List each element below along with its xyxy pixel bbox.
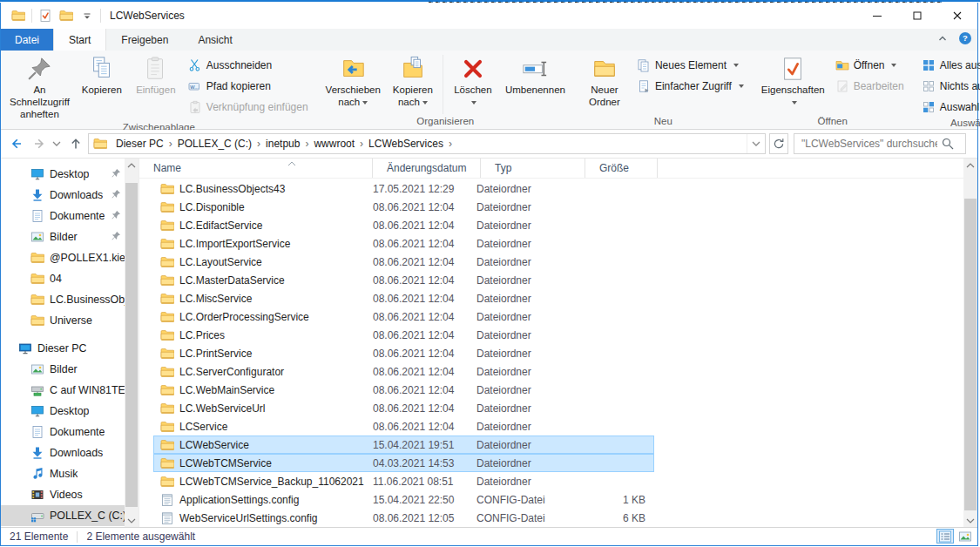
file-row-lc-serverconfigurator[interactable]: LC.ServerConfigurator08.06.2021 12:04Dat… xyxy=(139,362,963,381)
file-row-lc-importexportservice[interactable]: LC.ImportExportService08.06.2021 12:04Da… xyxy=(139,234,963,253)
scroll-up-icon[interactable] xyxy=(963,159,977,172)
scroll-down-icon[interactable] xyxy=(125,514,139,527)
nichts-auswählen-button[interactable]: Nichts auswählen xyxy=(918,76,980,97)
file-row-lc-masterdataservice[interactable]: LC.MasterDataService08.06.2021 12:04Date… xyxy=(139,271,963,289)
auswahl-umkehren-button[interactable]: Auswahl umkehren xyxy=(918,97,980,118)
recent-locations-button[interactable] xyxy=(50,133,64,154)
kopieren-button[interactable]: Kopieren xyxy=(75,53,129,98)
search-input[interactable] xyxy=(794,138,941,150)
sidebar-item-downloads[interactable]: Downloads xyxy=(1,185,125,206)
filelist-scrollbar[interactable] xyxy=(963,159,977,527)
tab-start[interactable]: Start xyxy=(53,29,106,51)
file-row-applicationsettings-config[interactable]: ApplicationSettings.config15.04.2021 22:… xyxy=(139,490,963,509)
close-button[interactable] xyxy=(937,3,977,29)
scroll-down-icon[interactable] xyxy=(963,514,977,527)
umbenennen-button[interactable]: Umbenennen xyxy=(500,53,571,98)
file-date-cell: 08.06.2021 12:04 xyxy=(373,238,476,250)
minimize-button[interactable] xyxy=(857,3,897,29)
back-button[interactable] xyxy=(6,133,27,154)
breadcrumb-segment-pollex-c-c-[interactable]: POLLEX_C (C:) xyxy=(172,138,257,150)
eigenschaften-button[interactable]: Eigenschaften xyxy=(756,53,830,111)
qat-button-qat-dropdown[interactable] xyxy=(78,6,97,25)
file-row-lc-prices[interactable]: LC.Prices08.06.2021 12:04Dateiordner xyxy=(139,326,963,344)
maximize-button[interactable] xyxy=(897,3,937,29)
file-row-lc-webserviceurl[interactable]: LC.WebServiceUrl08.06.2021 12:04Dateiord… xyxy=(139,399,963,417)
file-row-lcservice[interactable]: LCService08.06.2021 12:04Dateiordner xyxy=(139,417,963,436)
breadcrumb-segment-wwwroot[interactable]: wwwroot xyxy=(308,138,360,150)
refresh-button[interactable] xyxy=(769,133,788,154)
pfad-kopieren-button[interactable]: W...Pfad kopieren xyxy=(185,76,312,97)
sidebar-item-musik[interactable]: Musik xyxy=(1,463,125,484)
qat-button-new-folder-qat[interactable] xyxy=(57,6,76,25)
column-header-typ[interactable]: Typ xyxy=(481,159,585,178)
address-dropdown-button[interactable] xyxy=(747,134,765,153)
qat-button-properties-qat[interactable] xyxy=(36,6,55,25)
file-row-webserviceurlsettings-config[interactable]: WebServiceUrlSettings.config08.06.2021 1… xyxy=(139,509,963,527)
bearbeiten-button[interactable]: Bearbeiten xyxy=(832,76,908,97)
verknüpfung-einfügen-button[interactable]: Verknüpfung einfügen xyxy=(185,97,312,118)
löschen-button[interactable]: Löschen xyxy=(446,53,500,111)
address-bar[interactable]: Dieser PC›POLLEX_C (C:)›inetpub›wwwroot›… xyxy=(88,133,766,154)
sidebar-scrollbar[interactable] xyxy=(125,159,139,527)
tab-datei[interactable]: Datei xyxy=(1,29,53,51)
file-row-lcwebtcmservice[interactable]: LCWebTCMService04.03.2021 14:53Dateiordn… xyxy=(139,454,963,472)
sidebar-item-bilder[interactable]: Bilder xyxy=(1,226,125,247)
neues-element-button[interactable]: Neues Element xyxy=(633,55,747,76)
sidebar-item-pollex-c-c-[interactable]: POLLEX_C (C:) xyxy=(1,505,125,526)
file-row-lc-printservice[interactable]: LC.PrintService08.06.2021 12:04Dateiordn… xyxy=(139,344,963,362)
breadcrumb-segment-dieser-pc[interactable]: Dieser PC xyxy=(111,138,169,150)
sidebar-item-04[interactable]: 04 xyxy=(1,268,125,289)
sidebar-item-bilder[interactable]: Bilder xyxy=(1,359,125,380)
file-name: LC.Disponible xyxy=(179,201,245,213)
file-row-lc-businessobjects43[interactable]: LC.BusinessObjects4317.05.2021 12:29Date… xyxy=(139,179,963,198)
sidebar-item-dieser-pc[interactable]: Dieser PC xyxy=(1,338,125,359)
column-header-größe[interactable]: Größe xyxy=(585,159,658,178)
filelist-scrollbar-thumb[interactable] xyxy=(964,199,977,510)
neuer-ordner-button[interactable]: NeuerOrdner xyxy=(578,53,632,111)
ausschneiden-button[interactable]: Ausschneiden xyxy=(185,55,312,76)
sidebar-item-desktop[interactable]: Desktop xyxy=(1,164,125,185)
scroll-up-icon[interactable] xyxy=(125,159,139,172)
forward-button[interactable] xyxy=(29,133,50,154)
file-row-lc-orderprocessingservice[interactable]: LC.OrderProcessingService08.06.2021 12:0… xyxy=(139,307,963,326)
file-name-cell: ApplicationSettings.config xyxy=(154,493,373,507)
sidebar-item-downloads[interactable]: Downloads xyxy=(1,442,125,463)
öffnen-button[interactable]: Öffnen xyxy=(832,55,908,76)
details-view-button[interactable] xyxy=(936,529,954,544)
up-button[interactable] xyxy=(65,133,86,154)
column-header-änderungsdatum[interactable]: Änderungsdatum xyxy=(373,159,481,178)
file-row-lcwebtcmservice-backup-11062021[interactable]: LCWebTCMService_Backup_1106202111.06.202… xyxy=(139,472,963,490)
breadcrumb-segment-inetpub[interactable]: inetpub xyxy=(260,138,305,150)
sidebar-item-dokumente[interactable]: Dokumente xyxy=(1,422,125,442)
breadcrumb-segment-lcwebservices[interactable]: LCWebServices xyxy=(363,138,449,150)
file-row-lc-disponible[interactable]: LC.Disponible08.06.2021 12:04Dateiordner xyxy=(139,198,963,216)
sidebar-item-lc-businessobje[interactable]: LC.BusinessObje xyxy=(1,289,125,310)
sidebar-item-c-auf-win81tes[interactable]: C auf WIN81TES xyxy=(1,380,125,401)
file-row-lc-layoutservice[interactable]: LC.LayoutService08.06.2021 12:04Dateiord… xyxy=(139,253,963,271)
thumbnail-view-button[interactable] xyxy=(956,529,974,544)
verschieben-nach-button[interactable]: Verschiebennach xyxy=(321,53,386,111)
einfacher-zugriff-button[interactable]: Einfacher Zugriff xyxy=(633,76,747,97)
file-row-lc-webmainservice[interactable]: LC.WebMainService08.06.2021 12:04Dateior… xyxy=(139,381,963,399)
file-row-lcwebservice[interactable]: LCWebService15.04.2021 19:51Dateiordner xyxy=(139,436,963,454)
sidebar-item-universe[interactable]: Universe xyxy=(1,310,125,331)
sidebar-item--pollex1-kiese[interactable]: @POLLEX1.kiese xyxy=(1,247,125,268)
tab-freigeben[interactable]: Freigeben xyxy=(106,29,183,51)
ribbon-collapse-button[interactable] xyxy=(936,31,950,48)
einfügen-button[interactable]: Einfügen xyxy=(129,53,183,98)
sidebar-item-desktop[interactable]: Desktop xyxy=(1,401,125,422)
alles-auswählen-button[interactable]: Alles auswählen xyxy=(918,55,980,76)
sidebar-item-videos[interactable]: Videos xyxy=(1,484,125,505)
file-row-lc-miscservice[interactable]: LC.MiscService08.06.2021 12:04Dateiordne… xyxy=(139,289,963,307)
file-row-lc-edifactservice[interactable]: LC.EdifactService08.06.2021 12:04Dateior… xyxy=(139,216,963,234)
kopieren-nach-button[interactable]: Kopierennach xyxy=(386,53,440,111)
tab-ansicht[interactable]: Ansicht xyxy=(183,29,247,51)
sidebar-scrollbar-thumb[interactable] xyxy=(125,183,138,507)
sidebar-item-label: @POLLEX1.kiese xyxy=(50,252,125,264)
column-header-name[interactable]: Name xyxy=(139,159,373,178)
file-type-cell: Dateiordner xyxy=(476,219,593,232)
an-schnellzugriff-anheften-button[interactable]: An Schnellzugriffanheften xyxy=(4,53,75,122)
sidebar-item-dokumente[interactable]: Dokumente xyxy=(1,206,125,226)
qat-button-app-folder[interactable] xyxy=(9,6,28,25)
help-button[interactable]: ? xyxy=(958,31,972,48)
